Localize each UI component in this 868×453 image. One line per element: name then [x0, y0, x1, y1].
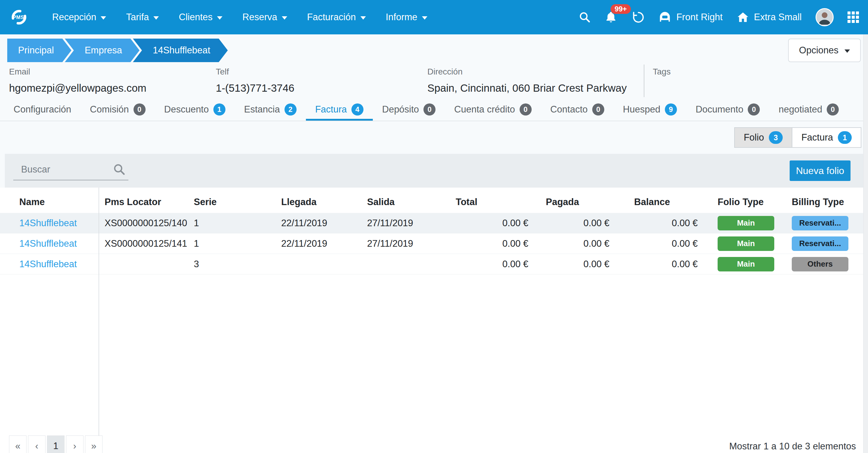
pagination-first[interactable]: « [9, 435, 27, 453]
breadcrumb: Principal Empresa 14Shufflebeat Opciones [7, 38, 861, 62]
tab-label: Comisión [90, 104, 129, 115]
col-header-balance[interactable]: Balance [615, 188, 701, 213]
toggle-factura-label: Factura [801, 132, 833, 143]
tab-deposito[interactable]: Depósito 0 [373, 100, 445, 121]
breadcrumb-current[interactable]: 14Shufflebeat [133, 38, 228, 62]
folio-count-badge: 3 [769, 131, 783, 144]
folio-type-badge[interactable]: Main [718, 236, 774, 251]
tab-count-badge: 0 [520, 104, 532, 115]
pms-logo[interactable]: PMS [9, 7, 29, 27]
chevron-down-icon [217, 16, 222, 20]
cell-llegada: 22/11/2019 [274, 213, 360, 233]
pagination-page-1[interactable]: 1 [47, 435, 64, 453]
toggle-factura[interactable]: Factura 1 [792, 127, 861, 148]
tab-count-badge: 9 [665, 104, 677, 115]
tab-negotiated[interactable]: negotiated 0 [769, 100, 848, 121]
menu-recepcion[interactable]: Recepción [42, 0, 116, 34]
cell-llegada [274, 254, 360, 275]
tab-configuracion[interactable]: Configuración [4, 100, 81, 121]
view-toggle-row: Folio 3 Factura 1 [0, 121, 868, 154]
tab-label: Documento [695, 104, 744, 115]
tab-huesped[interactable]: Huesped 9 [614, 100, 686, 121]
folio-name-link[interactable]: 14Shufflebeat [19, 259, 77, 270]
col-header-pms-locator[interactable]: Pms Locator [98, 188, 187, 213]
billing-type-badge[interactable]: Reservati... [792, 216, 848, 230]
workstation-selector[interactable]: Front Right [658, 10, 722, 24]
chevron-down-icon [101, 16, 106, 20]
menu-tarifa[interactable]: Tarifa [116, 0, 169, 34]
menu-informe[interactable]: Informe [376, 0, 437, 34]
search-wrap [13, 161, 128, 180]
cell-salida [360, 254, 446, 275]
col-header-salida[interactable]: Salida [360, 188, 446, 213]
tab-comision[interactable]: Comisión 0 [81, 100, 155, 121]
results-summary: Mostrar 1 a 10 de 3 elementos [730, 441, 856, 452]
phone-block: Telf 1-(513)771-3746 [216, 67, 294, 94]
address-block: Dirección Spain, Cincinnati, 060 Briar C… [427, 67, 627, 94]
col-header-name[interactable]: Name [0, 188, 98, 213]
folio-name-link[interactable]: 14Shufflebeat [19, 238, 77, 249]
cell-serie: 1 [187, 213, 274, 233]
col-header-folio-type[interactable]: Folio Type [701, 188, 781, 213]
menu-reserva-label: Reserva [242, 12, 277, 23]
options-button[interactable]: Opciones [788, 38, 861, 62]
search-icon[interactable] [112, 162, 126, 177]
col-header-llegada[interactable]: Llegada [274, 188, 360, 213]
tab-label: Factura [315, 104, 347, 115]
pagination-last[interactable]: » [85, 435, 102, 453]
chevron-down-icon [422, 16, 427, 20]
cell-pms-locator: XS0000000125/141 [98, 233, 187, 254]
address-label: Dirección [427, 67, 627, 77]
cell-balance: 0.00 € [615, 233, 701, 254]
pms-logo-text: PMS [9, 15, 28, 21]
new-folio-button[interactable]: Nueva folio [789, 161, 850, 181]
tab-descuento[interactable]: Descuento 1 [155, 100, 235, 121]
toggle-folio[interactable]: Folio 3 [734, 127, 792, 148]
col-header-billing-type[interactable]: Billing Type [781, 188, 868, 213]
notifications-bell-icon[interactable]: 99+ [604, 11, 617, 24]
tab-count-badge: 0 [133, 104, 146, 115]
email-value: hgomezpi@yellowpages.com [9, 82, 147, 94]
tab-label: Depósito [382, 104, 419, 115]
property-label: Extra Small [754, 12, 802, 23]
menu-recepcion-label: Recepción [52, 12, 96, 23]
history-icon[interactable] [631, 10, 644, 24]
folio-type-badge[interactable]: Main [718, 257, 774, 272]
phone-label: Telf [216, 67, 294, 77]
tab-label: Estancia [244, 104, 280, 115]
apps-grid-icon[interactable] [847, 11, 859, 23]
scrollbar[interactable] [863, 34, 868, 453]
folio-name-link[interactable]: 14Shufflebeat [19, 218, 77, 229]
tab-contacto[interactable]: Contacto 0 [541, 100, 614, 121]
folio-type-badge[interactable]: Main [718, 216, 774, 230]
tab-count-badge: 1 [213, 104, 225, 115]
pagination-prev[interactable]: ‹ [28, 435, 45, 453]
search-icon[interactable] [579, 11, 591, 23]
table-row: 14Shufflebeat 3 0.00 € 0.00 € 0.00 € Mai… [0, 254, 868, 275]
breadcrumb-empresa[interactable]: Empresa [65, 38, 140, 62]
billing-type-badge[interactable]: Others [792, 257, 848, 272]
address-value: Spain, Cincinnati, 060 Briar Crest Parkw… [427, 82, 627, 94]
user-avatar[interactable] [815, 8, 834, 26]
tab-count-badge: 0 [592, 104, 604, 115]
tab-documento[interactable]: Documento 0 [686, 100, 770, 121]
search-input[interactable] [13, 161, 128, 180]
col-header-pagada[interactable]: Pagada [535, 188, 615, 213]
breadcrumb-principal[interactable]: Principal [7, 38, 71, 62]
tab-label: Huesped [623, 104, 660, 115]
bed-icon [658, 10, 672, 24]
property-selector[interactable]: Extra Small [737, 11, 802, 24]
tab-cuenta-credito[interactable]: Cuenta crédito 0 [445, 100, 541, 121]
tags-divider [644, 64, 644, 97]
menu-reserva[interactable]: Reserva [232, 0, 297, 34]
tab-factura[interactable]: Factura 4 [306, 100, 373, 121]
billing-type-badge[interactable]: Reservati... [792, 236, 848, 251]
menu-clientes[interactable]: Clientes [169, 0, 232, 34]
col-header-total[interactable]: Total [446, 188, 535, 213]
tab-label: Cuenta crédito [454, 104, 515, 115]
menu-facturacion[interactable]: Facturación [297, 0, 376, 34]
pagination-next[interactable]: › [66, 435, 84, 453]
col-header-serie[interactable]: Serie [187, 188, 274, 213]
tab-estancia[interactable]: Estancia 2 [235, 100, 306, 121]
tab-count-badge: 0 [748, 104, 760, 115]
